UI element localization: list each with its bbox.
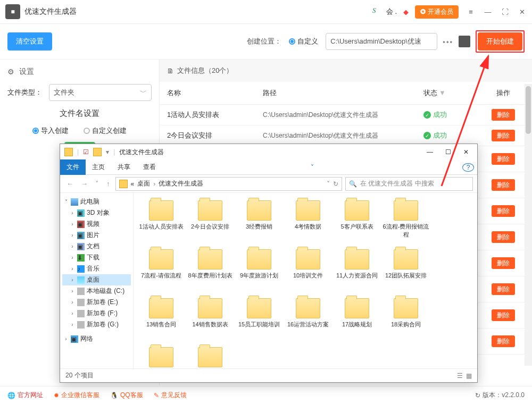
clear-settings-button[interactable]: 清空设置 [7, 32, 52, 50]
toolbar: 清空设置 创建位置： 自定义 C:\Users\admin\Desktop\优速… [0, 24, 532, 60]
crumb-folder[interactable]: 优速文件生成器 [159, 179, 203, 188]
folder-item[interactable]: 18采购合同 [381, 296, 430, 345]
folder-item[interactable]: 5客户联系表 [332, 198, 381, 247]
path-input[interactable]: C:\Users\admin\Desktop\优速 [326, 33, 437, 50]
nav-drive-c[interactable]: ›本地磁盘 (C:) [62, 285, 131, 297]
explorer-close-icon[interactable]: ✕ [459, 145, 473, 159]
scrollbar[interactable] [525, 84, 532, 366]
delete-button[interactable]: 删除 [492, 205, 515, 217]
filter-icon[interactable]: ▼ [439, 89, 446, 97]
official-site-link[interactable]: 🌐官方网址 [7, 391, 43, 400]
maximize-icon[interactable]: ⛶ [500, 7, 510, 16]
folder-item[interactable]: 16运营活动方案 [284, 296, 332, 345]
nav-forward-icon[interactable]: → [79, 179, 90, 189]
cell-op: 删除 [482, 131, 525, 140]
folder-item[interactable]: 2今日会议安排 [186, 198, 235, 247]
explorer-maximize-icon[interactable]: ☐ [441, 145, 455, 159]
delete-button[interactable]: 删除 [492, 231, 515, 243]
nav-documents[interactable]: ›▣文档 [62, 241, 131, 252]
nav-up-icon[interactable]: ↑ [104, 179, 112, 189]
ribbon-view-tab[interactable]: 查看 [137, 159, 162, 175]
explorer-title: 优速文件生成器 [119, 148, 419, 157]
nav-back-icon[interactable]: ← [64, 179, 76, 189]
folder-item[interactable]: 13销售合同 [137, 296, 186, 345]
location-custom-radio[interactable]: 自定义 [289, 37, 318, 46]
qat-check-icon[interactable]: ☑ [83, 148, 89, 156]
folder-icon [345, 298, 369, 318]
qat-folder-icon[interactable] [93, 148, 102, 156]
explorer-ribbon: 文件 主页 共享 查看 ˅ ? [60, 160, 477, 175]
nav-this-pc[interactable]: ˅此电脑 [62, 196, 131, 207]
folder-item[interactable]: 11人力资源合同 [332, 247, 381, 296]
explorer-search-input[interactable]: 🔍 在 优速文件生成器 中搜索 [345, 177, 473, 191]
browse-dots[interactable]: ••• [443, 38, 453, 46]
table-header: 名称 路径 状态▼ 操作 [160, 82, 532, 105]
nav-network[interactable]: ›▣网络 [62, 333, 131, 344]
view-icons-icon[interactable]: ▦ [466, 372, 472, 380]
refresh-icon[interactable]: ↻ [333, 180, 338, 188]
nav-3d[interactable]: ›▣3D 对象 [62, 207, 131, 218]
qq-support-link[interactable]: 🐧QQ客服 [110, 391, 143, 400]
folder-item[interactable]: 15员工职能培训 [235, 296, 284, 345]
ribbon-collapse-icon[interactable]: ˅ [305, 164, 319, 171]
address-dropdown-icon[interactable]: ˅ [327, 180, 330, 188]
minimize-icon[interactable]: — [483, 7, 493, 16]
nav-videos[interactable]: ›▣视频 [62, 218, 131, 230]
nav-history-icon[interactable]: ˅ [93, 179, 101, 189]
view-details-icon[interactable]: ☰ [457, 372, 463, 380]
crumb-desktop[interactable]: 桌面 [137, 179, 150, 188]
folder-item[interactable]: 3经费报销 [235, 198, 284, 247]
app-title: 优速文件生成器 [24, 7, 372, 16]
folder-item[interactable]: 17战略规划 [332, 296, 381, 345]
menu-icon[interactable]: ≡ [466, 7, 476, 16]
folder-item[interactable]: 6流程-费用报销流程 [381, 198, 430, 247]
delete-button[interactable]: 删除 [492, 335, 515, 347]
ribbon-help-icon[interactable]: ? [462, 163, 474, 172]
delete-button[interactable]: 删除 [492, 153, 515, 165]
nav-drive-e[interactable]: ›新加卷 (E:) [62, 297, 131, 308]
delete-button[interactable]: 删除 [492, 179, 515, 191]
start-create-button[interactable]: 开始创建 [478, 32, 522, 50]
vip-button[interactable]: ✪开通会员 [415, 5, 459, 19]
folder-item[interactable]: 12团队拓展安排 [381, 247, 430, 296]
nav-music[interactable]: ›♪音乐 [62, 263, 131, 274]
delete-button[interactable]: 删除 [492, 109, 515, 121]
folder-item[interactable]: 9年度旅游计划 [235, 247, 284, 296]
delete-button[interactable]: 删除 [492, 283, 515, 295]
nav-pictures[interactable]: ›▣图片 [62, 230, 131, 241]
folder-label: 17战略规划 [342, 321, 372, 329]
nav-drive-f[interactable]: ›新加卷 (F:) [62, 308, 131, 319]
shield-icon[interactable]: ◆ [400, 6, 412, 18]
explorer-minimize-icon[interactable]: — [423, 145, 437, 159]
ribbon-share-tab[interactable]: 共享 [111, 159, 137, 175]
folder-item[interactable]: 8年度费用计划表 [186, 247, 235, 296]
nav-drive-g[interactable]: ›新加卷 (G:) [62, 319, 131, 330]
folder-item[interactable]: 10培训文件 [284, 247, 332, 296]
folder-item[interactable]: 7流程-请假流程 [137, 247, 186, 296]
folder-item[interactable]: 19产品库存数据 [137, 345, 186, 368]
delete-button[interactable]: 删除 [492, 257, 515, 269]
folder-item[interactable]: 4考情数据 [284, 198, 332, 247]
folder-icon[interactable] [459, 36, 470, 47]
folder-item[interactable]: 1活动人员安排表 [137, 198, 186, 247]
delete-button[interactable]: 删除 [492, 130, 515, 141]
feedback-link[interactable]: ✎意见反馈 [154, 391, 187, 400]
nav-desktop[interactable]: ›桌面 [62, 274, 131, 285]
address-input[interactable]: « 桌面 › 优速文件生成器 ˅ ↻ [115, 177, 343, 191]
explorer-address-bar: ← → ˅ ↑ « 桌面 › 优速文件生成器 ˅ ↻ 🔍 在 优速文件生成器 中… [60, 175, 477, 193]
custom-create-radio[interactable]: 自定义创建 [84, 126, 127, 136]
folder-icon [247, 298, 271, 318]
qat-overflow[interactable]: ▾ [106, 148, 109, 156]
file-type-select[interactable]: 文件夹﹀ [49, 84, 152, 101]
wechat-support-link[interactable]: ✹企业微信客服 [54, 391, 99, 400]
ribbon-home-tab[interactable]: 主页 [86, 159, 111, 175]
import-create-radio[interactable]: 导入创建 [32, 126, 69, 136]
folder-item[interactable]: 20公司规章制度 [186, 345, 235, 368]
delete-button[interactable]: 删除 [492, 309, 515, 321]
version-label: ↻版本：v2.2.0.0 [475, 391, 525, 400]
folder-label: 9年度旅游计划 [240, 272, 278, 280]
nav-downloads[interactable]: ›⬇下载 [62, 252, 131, 263]
close-icon[interactable]: ✕ [517, 7, 527, 16]
folder-item[interactable]: 14销售数据表 [186, 296, 235, 345]
ribbon-file-tab[interactable]: 文件 [60, 159, 86, 175]
